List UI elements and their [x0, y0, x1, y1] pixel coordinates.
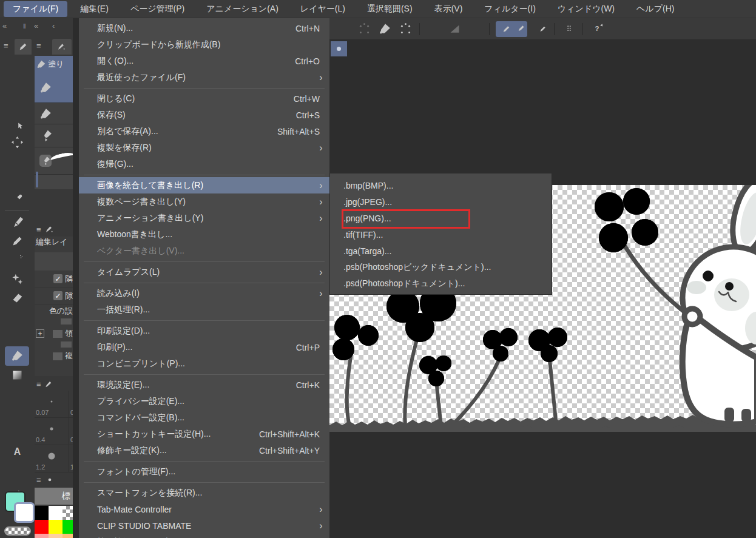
file-menu-item[interactable]: 読み込み(I): [79, 285, 329, 301]
brush-size-item[interactable]: 0.07: [35, 391, 69, 417]
text-tool-icon[interactable]: [0, 442, 34, 462]
subtool-fill-paint[interactable]: [35, 147, 73, 175]
balloon-tool-icon[interactable]: [0, 461, 34, 480]
select-rays-icon[interactable]: [356, 21, 372, 37]
file-menu-item[interactable]: [79, 280, 329, 285]
file-menu-item[interactable]: [79, 172, 329, 177]
menubar-item[interactable]: アニメーション(A): [197, 1, 288, 17]
checkbox-checked-icon[interactable]: [53, 274, 62, 283]
plus-icon[interactable]: [36, 329, 44, 338]
selection-tool-icon[interactable]: [0, 152, 34, 171]
menubar-item[interactable]: ファイル(F): [4, 1, 67, 17]
file-menu-item[interactable]: [79, 259, 329, 264]
export-format-item[interactable]: .tga(Targa)...: [330, 243, 552, 259]
eraser-tool-icon[interactable]: [0, 289, 34, 308]
drag-handle-icon[interactable]: [23, 21, 26, 30]
brush-size-item[interactable]: 1.2: [35, 445, 69, 472]
collapse-arrow-icon[interactable]: [52, 21, 55, 30]
file-menu-item[interactable]: Tab-Mate Controller: [79, 501, 329, 517]
file-menu-item[interactable]: CLIP STUDIO TABMATE: [79, 517, 329, 534]
value-box[interactable]: [61, 318, 72, 324]
checkbox-checked-icon[interactable]: [53, 291, 62, 300]
file-menu-item[interactable]: スマートフォンを接続(R)...: [79, 485, 329, 501]
file-menu-item[interactable]: [79, 480, 329, 485]
menubar-item[interactable]: 編集(E): [71, 1, 118, 17]
file-menu-item[interactable]: 別名で保存(A)... Shift+Alt+S: [79, 123, 329, 140]
export-format-item[interactable]: .bmp(BMP)...: [330, 177, 552, 193]
colorset-menu-icon[interactable]: [36, 476, 41, 485]
file-menu-item[interactable]: ショートカットキー設定(H)... Ctrl+Shift+Alt+K: [79, 426, 329, 442]
color-swatch[interactable]: [62, 520, 73, 534]
file-menu-item[interactable]: プライバシー設定(E)...: [79, 393, 329, 409]
liquify-tool-icon[interactable]: [0, 327, 34, 346]
color-swatch[interactable]: [49, 506, 62, 520]
toolprop-menu-icon[interactable]: [36, 225, 41, 234]
help-icon[interactable]: [589, 21, 605, 37]
export-format-item[interactable]: .png(PNG)...: [330, 210, 552, 226]
sub-color-swatch[interactable]: [14, 502, 35, 523]
color-swatch[interactable]: [35, 534, 49, 538]
menubar-item[interactable]: ページ管理(P): [121, 1, 194, 17]
tab-toolbar[interactable]: [15, 39, 32, 55]
fill-tool-icon[interactable]: [5, 346, 29, 366]
zoom-tool-icon[interactable]: [0, 56, 34, 75]
menubar-item[interactable]: ヘルプ(H): [627, 1, 683, 17]
subtool-fill-bucket[interactable]: [35, 103, 73, 124]
value-box[interactable]: [61, 341, 72, 348]
figure-tool-icon[interactable]: [0, 385, 34, 404]
file-menu-item[interactable]: ベクター書き出し(V)...: [79, 243, 329, 259]
color-swatch[interactable]: [35, 520, 49, 534]
file-menu-item[interactable]: 新規(N)... Ctrl+N: [79, 20, 329, 36]
frame-border-tool-icon[interactable]: [0, 423, 34, 442]
pencil-tool-icon[interactable]: [0, 231, 34, 251]
gradient-tool-icon[interactable]: [0, 366, 34, 385]
pen-tool-icon[interactable]: [0, 212, 34, 232]
brush-blend-tool-icon[interactable]: [0, 75, 34, 95]
subtool-group-fill[interactable]: 塗り: [35, 56, 73, 73]
toolprop-row-gap[interactable]: 隙: [35, 287, 73, 304]
file-menu-item[interactable]: 印刷設定(D)...: [79, 323, 329, 339]
snap-to-special-ruler-icon[interactable]: [511, 21, 527, 37]
file-menu-item[interactable]: 印刷(P)... Ctrl+P: [79, 339, 329, 355]
snap-to-ruler-icon[interactable]: [496, 21, 511, 37]
file-menu-item[interactable]: 環境設定(E)... Ctrl+K: [79, 377, 329, 393]
file-menu-item[interactable]: コマンドバー設定(B)...: [79, 409, 329, 426]
file-menu-item[interactable]: 画像を統合して書き出し(R): [79, 177, 329, 193]
file-menu-item[interactable]: Webtoon書き出し...: [79, 226, 329, 243]
file-menu-item[interactable]: タイムラプス(L): [79, 264, 329, 280]
file-menu-item[interactable]: [79, 318, 329, 323]
file-menu-item[interactable]: 閉じる(C) Ctrl+W: [79, 90, 329, 107]
file-menu-item[interactable]: 複数ページ書き出し(Y): [79, 193, 329, 210]
subtool-fill-bucket-selected[interactable]: [35, 73, 73, 103]
color-swatch[interactable]: [49, 534, 62, 538]
file-menu-item[interactable]: 開く(O)... Ctrl+O: [79, 53, 329, 69]
decoration-tool-icon[interactable]: [0, 270, 34, 289]
toolprop-row-adjacent[interactable]: 隣: [35, 271, 73, 287]
fill-bucket-icon[interactable]: [377, 21, 393, 37]
file-menu-item[interactable]: [79, 372, 329, 377]
hand-tool-icon[interactable]: [0, 94, 34, 113]
menubar-item[interactable]: フィルター(I): [475, 1, 545, 17]
transform-frame-icon[interactable]: [397, 21, 413, 37]
layer-move-tool-icon[interactable]: [0, 132, 34, 152]
file-menu-item[interactable]: コンビニプリント(P)...: [79, 355, 329, 372]
subtool-menu-icon[interactable]: [36, 41, 41, 50]
file-menu-item[interactable]: [79, 459, 329, 463]
file-menu-item[interactable]: フォントの管理(F)...: [79, 463, 329, 480]
auto-select-tool-icon[interactable]: [0, 171, 34, 190]
file-menu-item[interactable]: 保存(S) Ctrl+S: [79, 107, 329, 123]
menubar-item[interactable]: レイヤー(L): [291, 1, 354, 17]
color-set-name[interactable]: 標: [35, 488, 73, 505]
file-menu-item[interactable]: 複製を保存(R): [79, 140, 329, 156]
triangle-selection-icon[interactable]: [447, 21, 462, 37]
toolprop-row-multi-ref[interactable]: 複: [35, 349, 73, 363]
eyedropper-tool-icon[interactable]: [0, 190, 34, 209]
operation-tool-icon[interactable]: [0, 113, 34, 133]
export-format-item[interactable]: .jpg(JPEG)...: [330, 193, 552, 210]
file-menu-item[interactable]: 筆圧検知レベルの調節(J): [79, 534, 329, 538]
blend-tool-icon[interactable]: [0, 308, 34, 328]
export-format-item[interactable]: .psd(Photoshopドキュメント)...: [330, 275, 552, 292]
color-swatch[interactable]: [62, 506, 73, 520]
transparent-color-swatch[interactable]: [4, 526, 31, 536]
color-swatch[interactable]: [35, 506, 49, 520]
